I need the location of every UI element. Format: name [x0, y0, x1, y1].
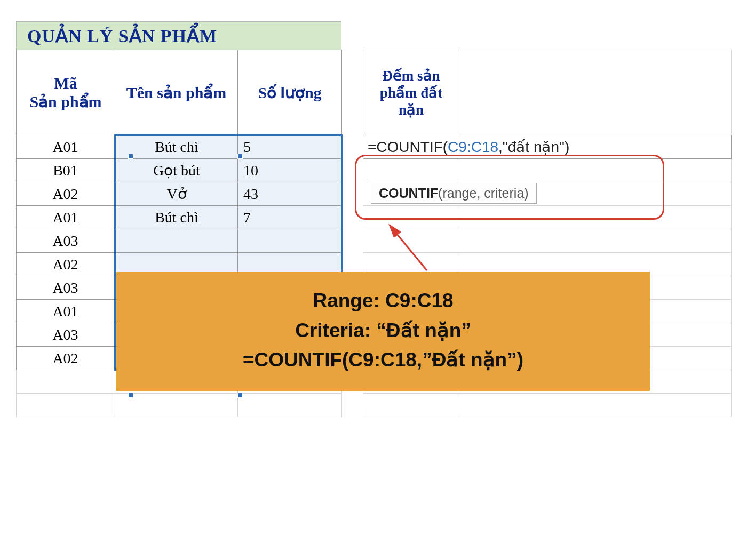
empty-cell[interactable]	[459, 229, 732, 253]
empty-cell[interactable]	[17, 370, 115, 394]
cell-code[interactable]: A03	[17, 276, 115, 300]
formula-suffix: )	[565, 139, 569, 155]
cell-qty[interactable]: 43	[238, 182, 342, 206]
tooltip-args: (range, criteria)	[438, 186, 529, 201]
selection-handle-icon[interactable]	[128, 154, 133, 159]
empty-cell[interactable]	[17, 394, 115, 417]
sheet-title: QUẢN LÝ SẢN PHẨM	[16, 21, 341, 50]
table-row: B01 Gọt bút 10	[17, 159, 732, 182]
table-row: A01 Bút chì 5 =COUNTIF(C9:C18,"đất nặn")	[17, 135, 732, 159]
selection-handle-icon[interactable]	[237, 393, 243, 398]
callout-line1: Range: C9:C18	[132, 286, 634, 316]
gap-cell	[342, 394, 363, 417]
header-count: Đếm sản phẩm đất nặn	[363, 50, 459, 135]
cell-code[interactable]: A02	[17, 182, 115, 206]
cell-qty[interactable]: 5	[238, 135, 342, 159]
empty-cell[interactable]	[363, 394, 459, 417]
formula-tooltip: COUNTIF(range, criteria)	[371, 183, 537, 204]
cell-code[interactable]: A03	[17, 323, 115, 347]
cell-code[interactable]: A02	[17, 253, 115, 276]
header-code-text: Mã Sản phẩm	[29, 74, 101, 110]
cell-name[interactable]: Bút chì	[115, 206, 238, 229]
header-qty: Số lượng	[238, 50, 342, 135]
cell-code[interactable]: A01	[17, 135, 115, 159]
table-row: A01 Bút chì 7	[17, 206, 732, 229]
cell-name[interactable]	[115, 229, 238, 253]
gap-cell	[342, 135, 363, 159]
empty-cell[interactable]	[459, 394, 732, 417]
header-row: Mã Sản phẩm Tên sản phẩm Số lượng Đếm sả…	[17, 50, 732, 135]
table-row: A03	[17, 229, 732, 253]
cell-code[interactable]: A03	[17, 229, 115, 253]
formula-sep: ,	[498, 139, 503, 155]
empty-cell[interactable]	[459, 159, 732, 182]
cell-qty[interactable]	[238, 229, 342, 253]
cell-code[interactable]: A02	[17, 347, 115, 370]
formula-criteria: "đất nặn"	[503, 139, 565, 155]
formula-prefix: =COUNTIF(	[368, 139, 448, 155]
gap-cell	[342, 206, 363, 229]
empty-cell[interactable]	[363, 159, 459, 182]
empty-cell[interactable]	[115, 394, 238, 417]
gap-cell	[342, 182, 363, 206]
header-code: Mã Sản phẩm	[17, 50, 115, 135]
empty-header	[459, 50, 732, 135]
cell-qty[interactable]: 10	[238, 159, 342, 182]
cell-qty[interactable]: 7	[238, 206, 342, 229]
cell-code[interactable]: A01	[17, 300, 115, 323]
header-name: Tên sản phẩm	[115, 50, 238, 135]
formula-cell[interactable]: =COUNTIF(C9:C18,"đất nặn")	[363, 135, 732, 159]
empty-cell[interactable]	[459, 206, 732, 229]
callout-line2: Criteria: “Đất nặn”	[132, 316, 634, 346]
selection-handle-icon[interactable]	[128, 393, 133, 398]
explanation-callout: Range: C9:C18 Criteria: “Đất nặn” =COUNT…	[116, 272, 650, 391]
gap-header	[342, 50, 363, 135]
cell-name[interactable]: Bút chì	[115, 135, 238, 159]
empty-cell[interactable]	[363, 206, 459, 229]
callout-line3: =COUNTIF(C9:C18,”Đất nặn”)	[132, 345, 634, 375]
gap-cell	[342, 229, 363, 253]
empty-cell[interactable]	[363, 229, 459, 253]
gap-cell	[342, 159, 363, 182]
cell-code[interactable]: B01	[17, 159, 115, 182]
formula-range: C9:C18	[448, 139, 498, 155]
empty-cell[interactable]	[238, 394, 342, 417]
selection-handle-icon[interactable]	[237, 154, 243, 159]
cell-name[interactable]: Vở	[115, 182, 238, 206]
empty-row	[17, 394, 732, 417]
cell-name[interactable]: Gọt bút	[115, 159, 238, 182]
tooltip-fn: COUNTIF	[379, 186, 438, 201]
cell-code[interactable]: A01	[17, 206, 115, 229]
